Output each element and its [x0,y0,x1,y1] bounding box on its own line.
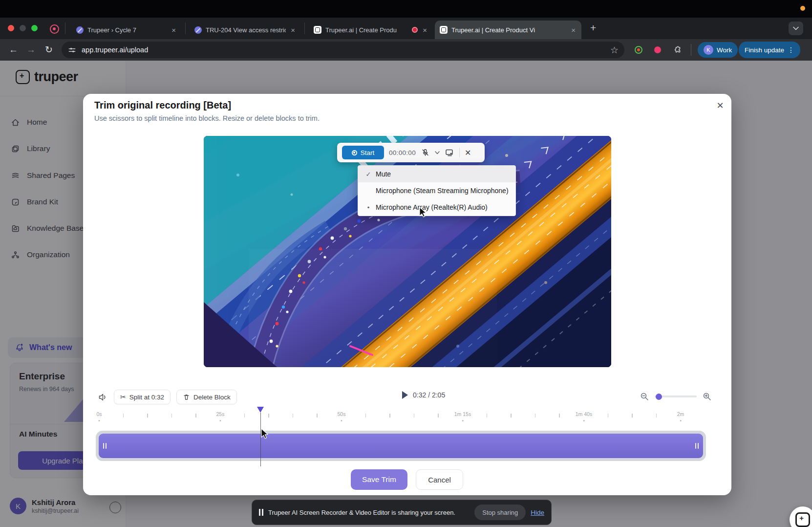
tab-recording-icon [412,27,418,33]
zoom-slider-thumb[interactable] [656,394,662,400]
menu-item-mute[interactable]: ✓ Mute [358,166,515,182]
url-text: app.trupeer.ai/upload [82,46,605,54]
tab-close-icon[interactable]: × [171,26,177,34]
trim-handle-right[interactable] [695,443,699,449]
recording-timer: 00:00:00 [389,149,416,156]
trupeer-favicon [440,26,448,34]
menu-item-label: Microphone (Steam Streaming Microphone) [376,187,509,195]
menu-item-label: Mute [376,170,391,178]
trash-icon [183,394,190,401]
screen-share-icon[interactable] [445,148,454,157]
check-icon: ✓ [364,171,373,178]
time-display: 0:32 / 2:05 [413,391,445,399]
ruler-label: 25s [215,411,226,421]
ruler-label: 2m [676,411,686,421]
trupeer-favicon [314,26,321,34]
playhead-line [260,413,261,466]
playhead-handle[interactable] [257,407,264,413]
traffic-light-zoom[interactable] [31,25,38,31]
scissors-icon: ✂ [120,393,126,401]
start-label: Start [361,149,375,156]
screen: Trupeer › Cycle 7 × TRU-204 View access … [0,0,812,527]
divider [185,22,186,34]
start-recording-button[interactable]: Start [342,146,384,159]
dialog-title: Trim original recording [Beta] [94,100,231,111]
pause-bars-icon [259,509,263,516]
timeline-track[interactable] [96,431,706,461]
bookmark-star-icon[interactable]: ☆ [610,45,619,55]
tab-title: Trupeer.ai | Create Produ [325,26,408,34]
tab-create-product-recording[interactable]: Trupeer.ai | Create Produ × [309,21,433,39]
chevron-down-icon [793,26,799,30]
back-button[interactable]: ← [9,45,18,54]
finish-update-button[interactable]: Finish update ⋮ [739,42,800,58]
record-icon [352,150,357,155]
finish-update-label: Finish update [745,46,784,54]
menu-bar [0,0,812,18]
forward-button[interactable]: → [26,45,36,54]
tab-title: TRU-204 View access restric [206,26,286,34]
zoom-out-icon[interactable] [640,392,649,401]
selected-dot-icon: • [364,204,373,211]
share-message: Trupeer AI Screen Recorder & Video Edito… [268,509,470,516]
traffic-light-close[interactable] [8,25,14,31]
hide-link[interactable]: Hide [531,509,544,516]
reload-button[interactable]: ↻ [45,45,53,54]
trim-handle-left[interactable] [103,443,107,449]
tab-strip: Trupeer › Cycle 7 × TRU-204 View access … [0,18,812,39]
tab-tru-204[interactable]: TRU-204 View access restric × [190,21,301,39]
divider [65,22,65,34]
cancel-button[interactable]: Cancel [416,469,463,490]
ruler-label: 1m 40s [574,411,594,421]
close-recorder-icon[interactable]: ✕ [465,148,471,157]
divider [304,22,305,34]
ruler-label: 1m 15s [453,411,472,421]
chevron-down-icon[interactable] [435,151,440,154]
extension-target-icon[interactable] [635,46,642,54]
trupeer-widget-icon [795,512,810,527]
microphone-menu: ✓ Mute Microphone (Steam Streaming Micro… [358,165,516,216]
microphone-muted-icon[interactable] [421,148,430,157]
recording-indicator-icon [50,24,59,34]
url-bar[interactable]: app.trupeer.ai/upload ☆ [62,42,624,58]
timeline-block[interactable] [99,434,703,458]
avatar: K [704,45,713,55]
stop-sharing-button[interactable]: Stop sharing [474,505,526,520]
ruler-ticks [96,414,704,417]
tab-close-icon[interactable]: × [570,26,577,34]
play-icon[interactable] [402,391,408,399]
playback-controls: 0:32 / 2:05 [402,391,445,399]
recorder-toolbar: Start 00:00:00 ✕ [337,143,485,162]
delete-block-button[interactable]: Delete Block [176,390,237,404]
menu-item-realtek-mic[interactable]: • Microphone Array (Realtek(R) Audio) [358,199,515,216]
split-label: Split at 0:32 [129,394,164,401]
screen-share-banner: Trupeer AI Screen Recorder & Video Edito… [252,500,552,525]
status-dot-icon [800,6,805,11]
zoom-slider[interactable] [655,395,697,397]
traffic-light-minimize[interactable] [20,25,26,31]
more-menu-icon[interactable]: ⋮ [788,46,794,54]
divider [691,44,691,56]
split-button[interactable]: ✂ Split at 0:32 [114,390,171,404]
linear-favicon [76,26,84,34]
menu-item-label: Microphone Array (Realtek(R) Audio) [376,203,488,211]
tab-trupeer-cycle[interactable]: Trupeer › Cycle 7 × [71,21,182,39]
close-icon[interactable]: ✕ [712,98,728,113]
divider [459,148,460,157]
site-settings-icon[interactable] [67,45,77,55]
tab-close-icon[interactable]: × [422,26,428,34]
volume-icon[interactable] [98,392,108,402]
timeline-ruler: 0s 25s 50s 1m 15s 1m 40s 2m [96,413,706,425]
tab-create-product-active[interactable]: Trupeer.ai | Create Product Vi × [435,21,581,39]
ruler-label: 50s [336,411,347,421]
save-trim-button[interactable]: Save Trim [351,469,407,490]
new-tab-button[interactable]: + [590,22,596,34]
zoom-in-icon[interactable] [703,392,711,401]
menu-item-steam-mic[interactable]: Microphone (Steam Streaming Microphone) [358,182,515,199]
dialog-subtitle: Use scissors to split timeline into bloc… [94,114,320,122]
profile-chip[interactable]: K Work [698,42,738,58]
extensions-puzzle-icon[interactable] [673,45,683,55]
extension-recording-icon[interactable] [654,46,661,53]
tab-close-icon[interactable]: × [290,26,296,34]
tab-search-chevron[interactable] [789,22,803,35]
